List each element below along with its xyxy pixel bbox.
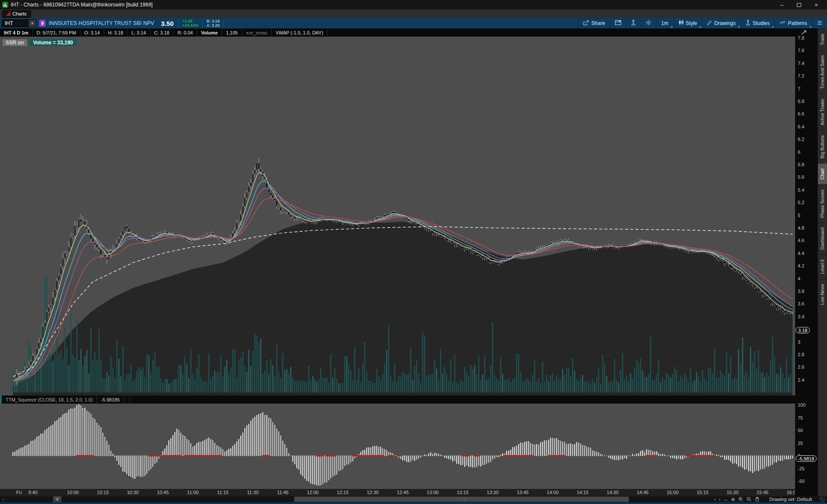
menu-icon <box>817 20 822 26</box>
time-axis[interactable]: Fri9:4010:0010:1510:3010:4511:0011:1511:… <box>0 489 795 496</box>
ask-value: A: 3.25 <box>207 23 220 28</box>
price-tick-5.6: 5.6 <box>798 174 804 180</box>
squeeze-tick-75: 75 <box>798 415 803 420</box>
sidebar-tab-dashboard[interactable]: Dashboard <box>818 222 827 254</box>
scrollbar-thumb[interactable] <box>294 497 629 502</box>
squeeze-value-bubble: -5.9818 <box>796 455 817 462</box>
time-tick-1415: 14:15 <box>573 490 593 495</box>
pan-left-icon[interactable]: ‹ <box>714 496 716 502</box>
squeeze-panel-canvas[interactable] <box>0 404 795 489</box>
symbol-dropdown-icon[interactable]: ▼ <box>29 20 36 27</box>
flask-icon <box>746 20 750 27</box>
gear-icon <box>646 20 651 27</box>
chart-toolbar: IHT ▼ 9 INNSUITES HOSPITALITY TRUST SBI … <box>0 18 827 28</box>
time-tick-1545: 15:45 <box>752 490 772 495</box>
squeeze-study-value: -5.98185 <box>97 395 124 404</box>
sidebar-tab-active-trader[interactable]: Active Trader <box>818 93 827 130</box>
price-tick-2.4: 2.4 <box>798 377 804 383</box>
ohlc-segment-6: R: 0.04 <box>174 28 197 37</box>
time-slider-button[interactable] <box>53 496 62 502</box>
close-icon[interactable]: × <box>808 0 825 9</box>
zoom-in-icon[interactable] <box>738 496 743 502</box>
candlestick-icon <box>678 20 684 27</box>
pan-right-icon[interactable]: › <box>719 496 721 502</box>
pan-horizontal-icon[interactable]: ↔ <box>723 496 728 502</box>
price-tick-5: 5 <box>798 213 800 218</box>
price-tick-4: 4 <box>798 276 800 281</box>
squeeze-tick--25: -25 <box>798 466 805 471</box>
pattern-icon <box>780 20 786 26</box>
time-tick-1530: 15:30 <box>723 490 743 495</box>
sidebar-tab-big-buttons[interactable]: Big Buttons <box>818 130 827 163</box>
change-block: +1.06 +43.44% <box>178 19 202 28</box>
price-tick-6.8: 6.8 <box>798 99 804 104</box>
studies-button[interactable]: Studies <box>740 18 774 28</box>
price-tick-6.2: 6.2 <box>798 137 804 142</box>
hand-tool-icon[interactable] <box>755 496 759 502</box>
style-label: Style <box>686 20 697 26</box>
sidebar-tab-phase-scores[interactable]: Phase Scores <box>818 184 827 222</box>
sidebar-tab-times-and-sales[interactable]: Times And Sales <box>818 50 827 93</box>
axis-scale-icon[interactable] <box>801 30 807 35</box>
chart-menu-button[interactable] <box>812 18 827 28</box>
flexible-grid-button[interactable] <box>610 18 626 28</box>
time-tick-1500: 15:00 <box>663 490 683 495</box>
share-button[interactable]: Share <box>578 18 610 28</box>
ohlc-header: IHT 4 D 1mD: 5/7/21, 7:59 PMO: 3.14H: 3.… <box>0 28 795 37</box>
share-icon <box>583 20 589 27</box>
sidebar-tab-level-ii[interactable]: Level II <box>818 254 827 279</box>
chart-settings-button[interactable] <box>640 18 656 28</box>
squeeze-tick--50: -50 <box>798 479 805 484</box>
price-tick-2.6: 2.6 <box>798 364 804 370</box>
link-group-badge[interactable]: 9 <box>39 20 46 27</box>
sidebar-tab-live-news[interactable]: Live News <box>818 279 827 309</box>
toolbar-button-group: Share1mStyleDrawingsStudiesPatterns <box>578 18 827 28</box>
window-titlebar: IHT - Charts - 686109427TDA Main@thinkor… <box>0 0 827 9</box>
sidebar-tab-trade[interactable]: Trade <box>818 28 827 50</box>
price-tick-7.8: 7.8 <box>798 35 804 40</box>
squeeze-study-title[interactable]: TTM_Squeeze (CLOSE, 18, 1.5, 2.0, 1.0) <box>2 395 97 404</box>
main-chart-canvas[interactable] <box>0 37 795 395</box>
symbol-input[interactable]: IHT ▼ <box>2 19 36 27</box>
price-tick-3.4: 3.4 <box>798 314 804 319</box>
resize-grip[interactable] <box>820 497 825 502</box>
thumb-grip <box>462 498 465 501</box>
time-tick-1000: 10:00 <box>63 490 83 495</box>
time-tick-1215: 12:15 <box>333 490 353 495</box>
session-volume-badge: Volume = 33,190 <box>29 39 77 46</box>
price-axis[interactable]: 3.18 -5.9818 7.87.67.47.276.86.66.46.265… <box>795 28 818 496</box>
ohlc-segment-9[interactable]: xxx_emas <box>242 28 272 37</box>
ohlc-segment-0: IHT 4 D 1m <box>0 28 33 37</box>
tab-charts[interactable]: Charts <box>2 10 31 18</box>
minimize-icon[interactable]: – <box>773 0 790 9</box>
patterns-label: Patterns <box>788 20 807 26</box>
price-tick-4.6: 4.6 <box>798 238 804 243</box>
patterns-button[interactable]: Patterns <box>774 18 812 28</box>
time-tick-1515: 15:15 <box>693 490 712 495</box>
style-button[interactable]: Style <box>673 18 702 28</box>
quick-study-button[interactable] <box>626 18 640 28</box>
price-tick-5.4: 5.4 <box>798 187 804 193</box>
price-tick-4.4: 4.4 <box>798 251 804 256</box>
price-tick-6.4: 6.4 <box>798 124 804 129</box>
time-tick-1330: 13:30 <box>483 490 503 495</box>
bid-ask-block: B: 3.18 A: 3.25 <box>202 19 224 28</box>
auto-center-icon[interactable]: ⊕ <box>731 496 735 502</box>
sidebar-tab-chart[interactable]: Chart <box>818 163 827 184</box>
drawing-set-selector[interactable]: Drawing set: Default <box>769 496 812 502</box>
timeframe-button[interactable]: 1m <box>656 18 673 28</box>
price-tick-5.8: 5.8 <box>798 162 804 167</box>
scroll-left-arrow-icon[interactable]: ‹ <box>1 496 6 502</box>
squeeze-study-header: TTM_Squeeze (CLOSE, 18, 1.5, 2.0, 1.0) -… <box>0 395 795 404</box>
ssr-badge: SSR on <box>3 39 27 46</box>
squeeze-header-stub <box>124 395 130 404</box>
time-tick-1200: 12:00 <box>303 490 323 495</box>
price-tick-7.6: 7.6 <box>798 48 804 53</box>
flask-icon <box>631 20 636 27</box>
time-tick-1245: 12:45 <box>393 490 413 495</box>
squeeze-tick-50: 50 <box>798 428 803 433</box>
maximize-icon[interactable] <box>790 0 808 9</box>
drawings-button[interactable]: Drawings <box>702 18 740 28</box>
zoom-out-icon[interactable] <box>746 496 752 502</box>
time-tick-940: 9:40 <box>23 490 43 495</box>
